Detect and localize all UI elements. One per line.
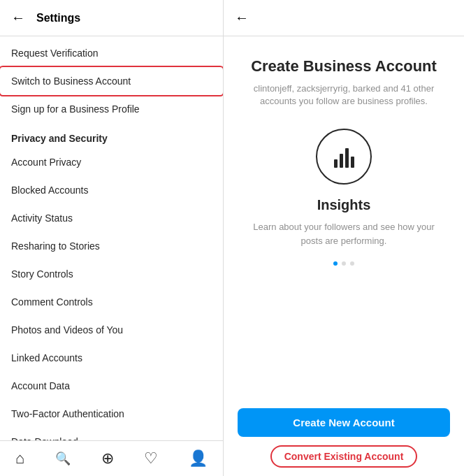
menu-item-account-data[interactable]: Account Data xyxy=(0,372,223,400)
privacy-security-header: Privacy and Security xyxy=(0,123,223,148)
menu-item-two-factor-auth[interactable]: Two-Factor Authentication xyxy=(0,400,223,428)
menu-item-switch-to-business[interactable]: Switch to Business Account xyxy=(0,67,223,95)
menu-item-activity-status[interactable]: Activity Status xyxy=(0,204,223,232)
bottom-nav: ⌂ 🔍 ⊕ ♡ 👤 xyxy=(0,440,223,476)
insights-desc: Learn about your followers and see how y… xyxy=(253,220,435,247)
left-header: ← Settings xyxy=(0,0,223,36)
create-business-subtitle: clintonjeff, zacksjerryrig, barked and 4… xyxy=(253,82,435,108)
left-panel: ← Settings Request Verification Switch t… xyxy=(0,0,224,476)
menu-item-linked-accounts[interactable]: Linked Accounts xyxy=(0,344,223,372)
dot-3 xyxy=(350,261,354,266)
insights-circle xyxy=(316,129,372,185)
right-content: Create Business Account clintonjeff, zac… xyxy=(224,36,464,397)
dot-2 xyxy=(342,261,346,266)
menu-item-data-download[interactable]: Data Download xyxy=(0,428,223,440)
create-business-title: Create Business Account xyxy=(251,57,437,75)
menu-item-resharing-stories[interactable]: Resharing to Stories xyxy=(0,232,223,260)
dots-indicator xyxy=(333,261,354,266)
home-icon[interactable]: ⌂ xyxy=(15,449,24,468)
back-arrow-left[interactable]: ← xyxy=(11,10,25,26)
menu-item-comment-controls[interactable]: Comment Controls xyxy=(0,288,223,316)
right-header: ← xyxy=(224,0,464,36)
search-icon[interactable]: 🔍 xyxy=(55,451,71,466)
convert-btn-wrap: Convert Existing Account xyxy=(238,445,450,468)
convert-existing-account-button[interactable]: Convert Existing Account xyxy=(270,445,418,468)
heart-icon[interactable]: ♡ xyxy=(144,449,158,468)
bar-chart-icon xyxy=(334,145,354,168)
menu-item-signup-business-profile[interactable]: Sign up for a Business Profile xyxy=(0,95,223,123)
add-icon[interactable]: ⊕ xyxy=(101,449,114,468)
back-arrow-right[interactable]: ← xyxy=(235,10,249,26)
create-new-account-button[interactable]: Create New Account xyxy=(238,408,450,437)
menu-item-request-verification[interactable]: Request Verification xyxy=(0,39,223,67)
right-panel: ← Create Business Account clintonjeff, z… xyxy=(224,0,464,476)
menu-item-story-controls[interactable]: Story Controls xyxy=(0,260,223,288)
menu-item-blocked-accounts[interactable]: Blocked Accounts xyxy=(0,176,223,204)
menu-item-photos-videos[interactable]: Photos and Videos of You xyxy=(0,316,223,344)
insights-label: Insights xyxy=(317,197,371,213)
right-footer: Create New Account Convert Existing Acco… xyxy=(224,397,464,476)
settings-title: Settings xyxy=(36,12,80,24)
profile-icon[interactable]: 👤 xyxy=(189,449,208,468)
menu-item-account-privacy[interactable]: Account Privacy xyxy=(0,148,223,176)
left-menu: Request Verification Switch to Business … xyxy=(0,36,223,440)
dot-1 xyxy=(333,261,338,266)
